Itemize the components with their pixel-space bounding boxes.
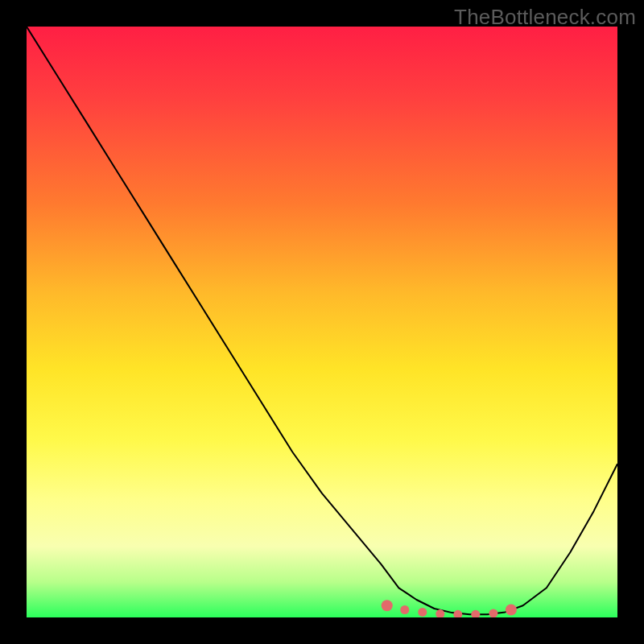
- chart-svg: [27, 27, 617, 617]
- chart-frame: TheBottleneck.com: [0, 0, 644, 644]
- watermark-text: TheBottleneck.com: [454, 5, 636, 30]
- optimal-marker: [489, 609, 497, 617]
- optimal-region-markers: [382, 600, 517, 617]
- optimal-marker: [506, 605, 517, 616]
- optimal-marker: [400, 605, 409, 614]
- optimal-marker: [471, 610, 480, 617]
- bottleneck-curve: [27, 27, 617, 614]
- optimal-marker: [418, 608, 427, 617]
- optimal-marker: [382, 600, 393, 611]
- optimal-marker: [453, 610, 462, 617]
- chart-plot-area: [27, 27, 617, 617]
